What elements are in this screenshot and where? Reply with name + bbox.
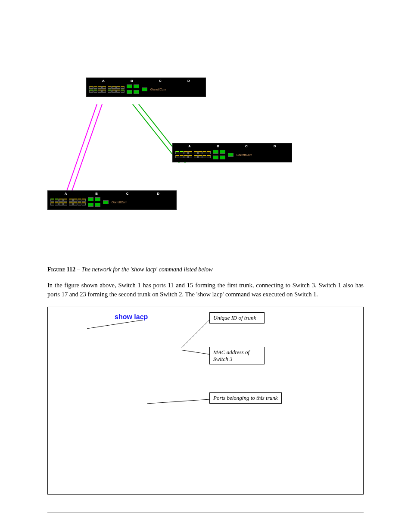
switch-1: ABCD GarrettCom <box>86 78 206 97</box>
annotation-box: show lacp Unique ID of trunk MAC address… <box>47 307 364 495</box>
caption-label: Figure 112 <box>47 266 75 273</box>
caption-text: The network for the 'show lacp' command … <box>81 266 213 273</box>
callout-mac: MAC address of Switch 3 <box>209 347 265 364</box>
brand-logo: GarrettCom <box>149 88 167 91</box>
svg-line-4 <box>87 320 143 329</box>
svg-line-7 <box>147 399 209 404</box>
figure-caption: Figure 112 – The network for the 'show l… <box>47 266 364 273</box>
body-paragraph: In the figure shown above, Switch 1 has … <box>47 281 364 299</box>
svg-line-5 <box>181 320 209 348</box>
cable-wires <box>47 78 364 254</box>
switch-3: ABCD GarrettCom <box>47 190 177 210</box>
callout-unique-id: Unique ID of trunk <box>209 312 265 324</box>
network-figure: ABCD GarrettCom ABCD GarrettCom ABCD <box>47 78 364 254</box>
page: ABCD GarrettCom ABCD GarrettCom ABCD <box>0 0 411 532</box>
switch-2: ABCD GarrettCom <box>172 143 292 162</box>
annotation-lines <box>48 307 363 494</box>
callout-ports: Ports belonging to this trunk <box>209 392 282 404</box>
footer-rule <box>47 513 364 513</box>
svg-line-6 <box>181 350 209 355</box>
